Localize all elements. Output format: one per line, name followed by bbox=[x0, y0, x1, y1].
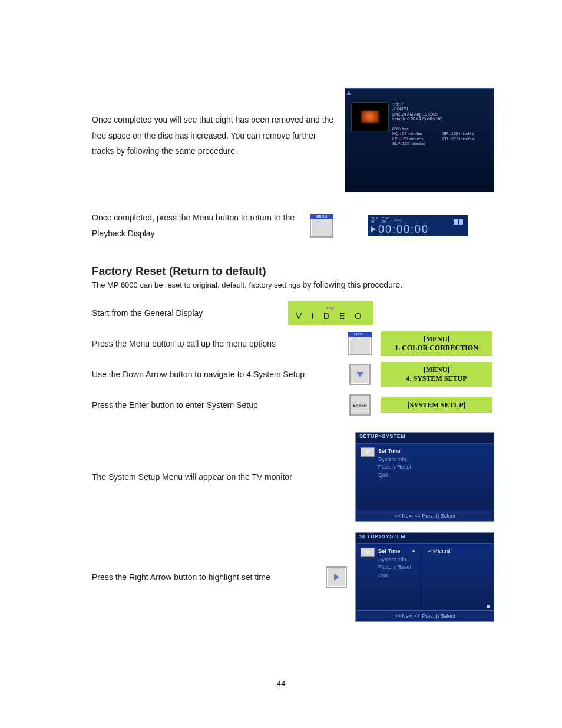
tool-icon: ⚒ bbox=[361, 447, 375, 457]
step-2-text: Press the Menu button to call up the men… bbox=[92, 339, 341, 348]
free-ep: EP : 217 minutes bbox=[442, 137, 488, 141]
playback-thumbnail bbox=[351, 102, 389, 131]
figure-general-display: HQ V I D E O bbox=[288, 301, 373, 325]
playback-timestamp: 8:42:24 AM Aug 10 2005 bbox=[392, 112, 488, 117]
dvd-label: DVD bbox=[393, 218, 401, 222]
figure-dvd-counter: TLE00 CHP00 DVD 00:00:00 bbox=[368, 215, 468, 236]
setup-footer: >> Next << Prev. () Select bbox=[356, 510, 494, 521]
setup-divider bbox=[422, 545, 422, 608]
step-5-text: The System Setup Menu will appear on the… bbox=[92, 472, 318, 482]
section-intro: The MP 6000 can be reset to original, de… bbox=[92, 280, 494, 289]
free-slp: SLP: 325 minutes bbox=[392, 141, 438, 146]
playback-title: Title 7 bbox=[392, 102, 488, 107]
free-sp: SP : 108 minutes bbox=[442, 131, 488, 136]
step-6-text: Press the Right Arrow button to highligh… bbox=[92, 572, 318, 582]
system-setup-label: [SYSTEM SETUP] bbox=[381, 397, 492, 413]
setup-titlebar: SETUP>SYSTEM bbox=[356, 533, 494, 544]
setup-menu-list: Set Time System Info. Factory Reset Quit bbox=[378, 548, 411, 579]
menu-button-icon: MENU bbox=[310, 214, 333, 238]
dolby-icon bbox=[454, 216, 463, 227]
menu-button-icon: MENU bbox=[348, 332, 372, 355]
free-hq: HQ : 54 minutes bbox=[392, 131, 438, 136]
setup-item-factory-reset: Factory Reset bbox=[378, 564, 411, 572]
playback-length: Length: 0:00:44 Quality HQ bbox=[392, 117, 488, 121]
setup-item-quit: Quit bbox=[378, 472, 411, 480]
step-4-text: Press the Enter button to enter System S… bbox=[92, 400, 341, 410]
down-arrow-button-icon bbox=[349, 364, 371, 385]
dvd-tle-value: 00 bbox=[371, 220, 375, 223]
right-arrow-button-icon bbox=[326, 566, 347, 588]
free-space-label: 89% free bbox=[392, 127, 488, 131]
enter-button-icon: ENTER bbox=[349, 394, 371, 416]
setup-titlebar: SETUP>SYSTEM bbox=[356, 433, 494, 444]
step-3-text: Use the Down Arrow button to navigate to… bbox=[92, 370, 341, 379]
setup-item-set-time: Set Time bbox=[378, 548, 411, 556]
setup-footer: >> Next << Prev. () Select bbox=[356, 610, 494, 621]
free-lp: LP : 163 minutes bbox=[392, 137, 438, 141]
arrow-down-icon bbox=[356, 372, 363, 377]
bar3-line: [SYSTEM SETUP] bbox=[407, 401, 465, 410]
setup-menu-list: Set Time System Info. Factory Reset Quit bbox=[378, 447, 411, 479]
menu-tag-label: MENU bbox=[310, 214, 333, 219]
tool-icon: ⚒ bbox=[361, 548, 375, 557]
menu-tag-label: MENU bbox=[348, 332, 372, 337]
nav-marker-icon bbox=[346, 91, 351, 95]
setup-manual-option: Manual bbox=[428, 548, 451, 554]
figure-system-setup-1: SETUP>SYSTEM ⚒ Set Time System Info. Fac… bbox=[355, 432, 494, 522]
figure-playback-display: Title 7 -COMP1 8:42:24 AM Aug 10 2005 Le… bbox=[345, 88, 494, 192]
paragraph-return-playback: Once completed, press the Menu button to… bbox=[92, 210, 310, 241]
enter-label: ENTER bbox=[353, 403, 367, 407]
figure-system-setup-2: SETUP>SYSTEM ⚒ Set Time System Info. Fac… bbox=[355, 532, 494, 622]
setup-item-quit: Quit bbox=[378, 572, 411, 580]
video-label: V I D E O bbox=[296, 311, 365, 321]
playback-comp: -COMP1 bbox=[392, 107, 488, 111]
bar2-line1: [MENU] bbox=[424, 365, 450, 374]
setup-item-system-info: System Info. bbox=[378, 556, 411, 564]
intro-part-b: by following this procedure. bbox=[302, 280, 402, 289]
bar1-line1: [MENU] bbox=[424, 335, 450, 344]
video-hq-label: HQ bbox=[326, 305, 335, 311]
dvd-time-counter: 00:00:00 bbox=[378, 223, 429, 236]
setup-item-factory-reset: Factory Reset bbox=[378, 463, 411, 472]
scroll-indicator-icon bbox=[487, 605, 490, 608]
setup-item-set-time: Set Time bbox=[378, 447, 411, 456]
bar1-line2: 1. COLOR CORRECTION bbox=[395, 344, 478, 353]
bar2-line2: 4. SYSTEM SETUP bbox=[406, 374, 467, 383]
paragraph-remove-track: Once completed you will see that eight h… bbox=[92, 88, 334, 159]
arrow-right-icon bbox=[334, 574, 339, 581]
intro-part-a: The MP 6000 can be reset to original, de… bbox=[92, 281, 302, 289]
menu-label-color-correction: [MENU] 1. COLOR CORRECTION bbox=[381, 331, 492, 356]
play-icon bbox=[371, 226, 376, 232]
section-heading: Factory Reset (Return to default) bbox=[92, 265, 494, 278]
page-number: 44 bbox=[0, 679, 562, 688]
setup-item-system-info: System Info. bbox=[378, 456, 411, 464]
menu-label-system-setup: [MENU] 4. SYSTEM SETUP bbox=[381, 362, 492, 387]
